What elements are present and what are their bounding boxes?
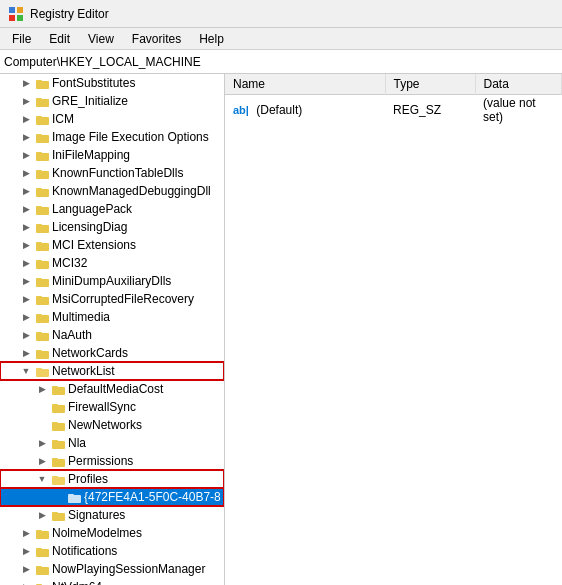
tree-item-mci32[interactable]: ▶ MCI32 bbox=[0, 254, 224, 272]
expander-imagefileexecution[interactable]: ▶ bbox=[18, 129, 34, 145]
tree-item-profileguid[interactable]: ▶ {472FE4A1-5F0C-40B7-8 bbox=[0, 488, 224, 506]
menu-favorites[interactable]: Favorites bbox=[124, 30, 189, 48]
expander-networkcards[interactable]: ▶ bbox=[18, 345, 34, 361]
expander-licensingdiag[interactable]: ▶ bbox=[18, 219, 34, 235]
folder-icon-firewallsync bbox=[50, 399, 66, 415]
expander-minidump[interactable]: ▶ bbox=[18, 273, 34, 289]
menu-help[interactable]: Help bbox=[191, 30, 232, 48]
tree-item-profiles[interactable]: ▼ Profiles bbox=[0, 470, 224, 488]
expander-mci32[interactable]: ▶ bbox=[18, 255, 34, 271]
svg-rect-2 bbox=[9, 15, 15, 21]
menu-view[interactable]: View bbox=[80, 30, 122, 48]
label-newnetworks: NewNetworks bbox=[66, 418, 142, 432]
svg-rect-47 bbox=[52, 458, 58, 461]
tree-item-multimedia[interactable]: ▶ Multimedia bbox=[0, 308, 224, 326]
svg-rect-23 bbox=[36, 242, 42, 245]
tree-panel[interactable]: ▶ FontSubstitutes ▶ GRE_Initialize ▶ ICM… bbox=[0, 74, 225, 585]
expander-networklist[interactable]: ▼ bbox=[18, 363, 34, 379]
tree-item-newnetworks[interactable]: ▶ NewNetworks bbox=[0, 416, 224, 434]
tree-item-nolmemodelmes[interactable]: ▶ NolmeModelmes bbox=[0, 524, 224, 542]
svg-rect-33 bbox=[36, 332, 42, 335]
tree-item-nowplaying[interactable]: ▶ NowPlayingSessionManager bbox=[0, 560, 224, 578]
tree-item-naauth[interactable]: ▶ NaAuth bbox=[0, 326, 224, 344]
svg-rect-21 bbox=[36, 224, 42, 227]
row-data: (value not set) bbox=[475, 95, 562, 126]
tree-item-msicorrupted[interactable]: ▶ MsiCorruptedFileRecovery bbox=[0, 290, 224, 308]
label-imagefileexecution: Image File Execution Options bbox=[50, 130, 209, 144]
svg-rect-25 bbox=[36, 260, 42, 263]
expander-languagepack[interactable]: ▶ bbox=[18, 201, 34, 217]
svg-rect-0 bbox=[9, 7, 15, 13]
expander-permissions[interactable]: ▶ bbox=[34, 453, 50, 469]
tree-item-firewallsync[interactable]: ▶ FirewallSync bbox=[0, 398, 224, 416]
expander-inifilemapping[interactable]: ▶ bbox=[18, 147, 34, 163]
tree-item-networkcards[interactable]: ▶ NetworkCards bbox=[0, 344, 224, 362]
svg-rect-43 bbox=[52, 422, 58, 425]
tree-item-fontsubstitutes[interactable]: ▶ FontSubstitutes bbox=[0, 74, 224, 92]
svg-rect-55 bbox=[36, 530, 42, 533]
expander-nla[interactable]: ▶ bbox=[34, 435, 50, 451]
app-title: Registry Editor bbox=[30, 7, 109, 21]
expander-naauth[interactable]: ▶ bbox=[18, 327, 34, 343]
tree-item-signatures[interactable]: ▶ Signatures bbox=[0, 506, 224, 524]
tree-item-icm[interactable]: ▶ ICM bbox=[0, 110, 224, 128]
svg-rect-39 bbox=[52, 386, 58, 389]
expander-nowplaying[interactable]: ▶ bbox=[18, 561, 34, 577]
expander-signatures[interactable]: ▶ bbox=[34, 507, 50, 523]
svg-rect-5 bbox=[36, 80, 42, 83]
tree-item-gre[interactable]: ▶ GRE_Initialize bbox=[0, 92, 224, 110]
expander-ntvdm64[interactable]: ▶ bbox=[18, 579, 34, 585]
expander-notifications[interactable]: ▶ bbox=[18, 543, 34, 559]
label-firewallsync: FirewallSync bbox=[66, 400, 136, 414]
expander-knownmanaged[interactable]: ▶ bbox=[18, 183, 34, 199]
menu-bar: File Edit View Favorites Help bbox=[0, 28, 562, 50]
tree-item-notifications[interactable]: ▶ Notifications bbox=[0, 542, 224, 560]
tree-item-imagefileexecution[interactable]: ▶ Image File Execution Options bbox=[0, 128, 224, 146]
svg-rect-53 bbox=[52, 512, 58, 515]
svg-rect-59 bbox=[36, 566, 42, 569]
expander-multimedia[interactable]: ▶ bbox=[18, 309, 34, 325]
tree-item-inifilemapping[interactable]: ▶ IniFileMapping bbox=[0, 146, 224, 164]
tree-item-permissions[interactable]: ▶ Permissions bbox=[0, 452, 224, 470]
label-naauth: NaAuth bbox=[50, 328, 92, 342]
address-bar: Computer\HKEY_LOCAL_MACHINE bbox=[0, 50, 562, 74]
svg-rect-1 bbox=[17, 7, 23, 13]
label-networklist: NetworkList bbox=[50, 364, 115, 378]
menu-edit[interactable]: Edit bbox=[41, 30, 78, 48]
menu-file[interactable]: File bbox=[4, 30, 39, 48]
folder-icon-notifications bbox=[34, 543, 50, 559]
tree-item-ntvdm64[interactable]: ▶ NtVdm64 bbox=[0, 578, 224, 585]
folder-icon-networklist bbox=[34, 363, 50, 379]
tree-item-nla[interactable]: ▶ Nla bbox=[0, 434, 224, 452]
expander-defaultmediacost[interactable]: ▶ bbox=[34, 381, 50, 397]
expander-gre[interactable]: ▶ bbox=[18, 93, 34, 109]
tree-item-languagepack[interactable]: ▶ LanguagePack bbox=[0, 200, 224, 218]
table-row[interactable]: ab| (Default) REG_SZ (value not set) bbox=[225, 95, 562, 126]
row-type: REG_SZ bbox=[385, 95, 475, 126]
expander-fontsubstitutes[interactable]: ▶ bbox=[18, 75, 34, 91]
tree-item-knownfunction[interactable]: ▶ KnownFunctionTableDlls bbox=[0, 164, 224, 182]
folder-icon-msicorrupted bbox=[34, 291, 50, 307]
folder-icon-nowplaying bbox=[34, 561, 50, 577]
expander-knownfunction[interactable]: ▶ bbox=[18, 165, 34, 181]
tree-item-defaultmediacost[interactable]: ▶ DefaultMediaCost bbox=[0, 380, 224, 398]
expander-icm[interactable]: ▶ bbox=[18, 111, 34, 127]
expander-msicorrupted[interactable]: ▶ bbox=[18, 291, 34, 307]
tree-item-mciextensions[interactable]: ▶ MCI Extensions bbox=[0, 236, 224, 254]
svg-rect-57 bbox=[36, 548, 42, 551]
tree-item-licensingdiag[interactable]: ▶ LicensingDiag bbox=[0, 218, 224, 236]
label-defaultmediacost: DefaultMediaCost bbox=[66, 382, 163, 396]
folder-icon-icm bbox=[34, 111, 50, 127]
expander-nolmemodelmes[interactable]: ▶ bbox=[18, 525, 34, 541]
address-path[interactable]: Computer\HKEY_LOCAL_MACHINE bbox=[4, 55, 201, 69]
tree-item-minidump[interactable]: ▶ MiniDumpAuxiliaryDlls bbox=[0, 272, 224, 290]
expander-profiles[interactable]: ▼ bbox=[34, 471, 50, 487]
folder-icon-languagepack bbox=[34, 201, 50, 217]
app-icon bbox=[8, 6, 24, 22]
tree-item-networklist[interactable]: ▼ NetworkList bbox=[0, 362, 224, 380]
expander-mciextensions[interactable]: ▶ bbox=[18, 237, 34, 253]
tree-item-knownmanaged[interactable]: ▶ KnownManagedDebuggingDll bbox=[0, 182, 224, 200]
label-nla: Nla bbox=[66, 436, 86, 450]
folder-icon-ntvdm64 bbox=[34, 579, 50, 585]
folder-icon-licensingdiag bbox=[34, 219, 50, 235]
